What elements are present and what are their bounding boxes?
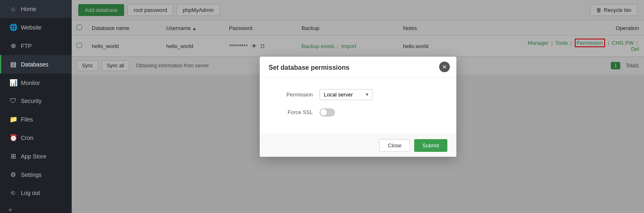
sidebar-item-ftp[interactable]: ⊕ FTP xyxy=(0,37,72,55)
appstore-icon: ⊞ xyxy=(9,152,17,160)
permission-select[interactable]: Local server All servers Specify IP xyxy=(320,89,373,100)
ftp-icon: ⊕ xyxy=(9,42,17,50)
toggle-knob xyxy=(320,109,327,116)
modal-overlay: Set database permissions ✕ Permission Lo… xyxy=(72,0,644,213)
sidebar-item-settings[interactable]: ⚙ Settings xyxy=(0,165,72,184)
sidebar-item-cron[interactable]: ⏰ Cron xyxy=(0,128,72,147)
databases-icon: ▤ xyxy=(9,60,17,68)
submit-button[interactable]: Submit xyxy=(414,139,447,152)
globe-icon: 🌐 xyxy=(9,23,17,31)
permission-select-wrapper: Local server All servers Specify IP ▼ xyxy=(320,89,373,100)
logout-icon: ⎋ xyxy=(9,189,17,197)
permission-row: Permission Local server All servers Spec… xyxy=(276,89,440,100)
home-icon: ⌂ xyxy=(9,5,17,13)
gear-icon: ⚙ xyxy=(9,171,17,179)
permissions-modal: Set database permissions ✕ Permission Lo… xyxy=(260,57,456,157)
sidebar-item-files[interactable]: 📁 Files xyxy=(0,110,72,128)
force-ssl-row: Force SSL xyxy=(276,108,440,117)
modal-header: Set database permissions ✕ xyxy=(260,57,456,78)
sidebar-item-monitor[interactable]: 📊 Monitor xyxy=(0,73,72,92)
sidebar-item-databases[interactable]: ▤ Databases xyxy=(0,55,72,73)
modal-title: Set database permissions xyxy=(269,64,349,71)
modal-close-button[interactable]: ✕ xyxy=(439,62,450,72)
modal-body: Permission Local server All servers Spec… xyxy=(260,78,456,134)
clock-icon: ⏰ xyxy=(9,134,17,142)
permission-label: Permission xyxy=(276,92,313,98)
folder-icon: 📁 xyxy=(9,115,17,123)
sidebar: ⌂ Home 🌐 Website ⊕ FTP ▤ Databases 📊 Mon… xyxy=(0,0,72,213)
force-ssl-label: Force SSL xyxy=(276,109,313,115)
sidebar-item-home[interactable]: ⌂ Home xyxy=(0,0,72,18)
sidebar-item-appstore[interactable]: ⊞ App Store xyxy=(0,147,72,165)
plus-icon: + xyxy=(8,206,13,213)
shield-icon: 🛡 xyxy=(9,97,17,105)
main-content: Add database root password phpMyAdmin 🗑 … xyxy=(72,0,644,213)
close-button[interactable]: Close xyxy=(379,139,410,152)
sidebar-item-security[interactable]: 🛡 Security xyxy=(0,92,72,110)
sidebar-add-button[interactable]: + xyxy=(0,202,72,213)
force-ssl-toggle[interactable] xyxy=(320,108,335,117)
modal-footer: Close Submit xyxy=(260,134,456,157)
sidebar-item-website[interactable]: 🌐 Website xyxy=(0,18,72,37)
sidebar-item-logout[interactable]: ⎋ Log out xyxy=(0,184,72,202)
monitor-icon: 📊 xyxy=(9,79,17,87)
